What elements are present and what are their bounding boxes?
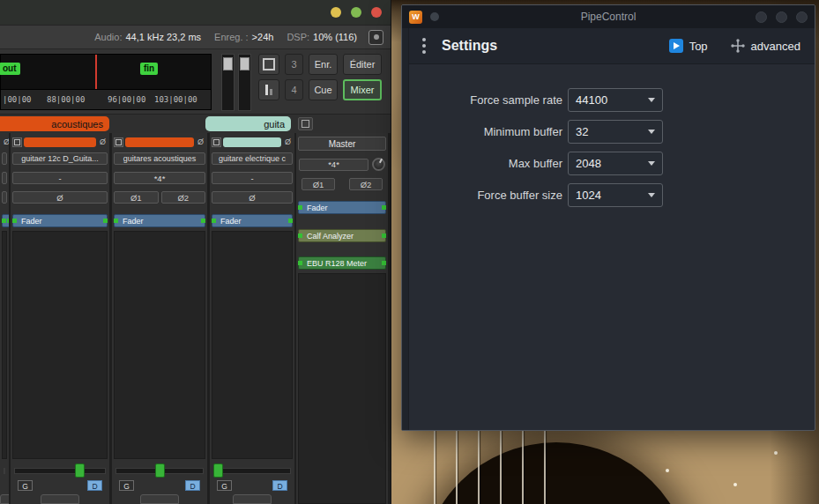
processor-box[interactable] [2, 231, 7, 459]
minimum-buffer-select[interactable]: 32 [568, 120, 663, 144]
ruler-tick: 88|00|00 [47, 95, 85, 104]
monitor-button[interactable] [258, 54, 279, 75]
strip-gain-button[interactable] [2, 172, 7, 184]
minimize-button[interactable] [756, 11, 767, 23]
wallpaper-speck [733, 483, 737, 486]
strip-gain-button[interactable]: - [12, 172, 108, 184]
maximize-button[interactable] [351, 7, 361, 18]
mini-timeline[interactable]: out fin |00|00 88|00|00 96|00|00 103|00|… [0, 54, 212, 110]
chevron-down-icon [648, 98, 655, 102]
maximize-button[interactable] [776, 11, 787, 23]
pan-handle[interactable] [75, 463, 85, 478]
phase-button[interactable] [2, 191, 7, 204]
phase-button[interactable]: Ø [212, 191, 293, 204]
location-marker-out[interactable]: out [0, 63, 20, 75]
pan-left-button[interactable]: G [18, 480, 33, 491]
output-button[interactable] [140, 494, 179, 504]
strip-name-button[interactable] [2, 152, 7, 165]
fader-processor[interactable]: Fader [114, 214, 205, 227]
phase-button-2[interactable]: Ø2 [349, 178, 383, 190]
pan-right-button[interactable]: D [185, 480, 200, 491]
pan-left-button[interactable]: G [217, 480, 232, 491]
cue-button[interactable]: Cue [309, 79, 338, 100]
record-safe-icon[interactable] [12, 137, 22, 147]
phase-button-2[interactable]: Ø2 [161, 191, 206, 204]
master-window-button[interactable] [298, 117, 313, 130]
top-button[interactable]: Top [669, 39, 708, 53]
scroll-rail[interactable] [402, 28, 409, 430]
layout-4-button[interactable]: 4 [285, 79, 303, 100]
pan-track[interactable] [4, 468, 5, 474]
pan-left-button[interactable]: G [119, 480, 134, 491]
calf-analyzer-processor[interactable]: Calf Analyzer [298, 229, 386, 242]
minimize-button[interactable] [331, 7, 341, 18]
ruler-tick: 103|00|00 [154, 95, 197, 104]
meter-slider[interactable] [238, 54, 251, 111]
close-button[interactable] [371, 7, 382, 18]
phase-button-1[interactable]: Ø1 [114, 191, 159, 204]
select-value: 1024 [576, 189, 601, 202]
record-safe-icon[interactable] [114, 137, 123, 147]
fader-processor[interactable]: Fader [12, 214, 108, 227]
mixer-button[interactable]: Mixer [343, 79, 382, 100]
strip-name-button[interactable]: guitares acoustiques [114, 152, 205, 165]
processor-box[interactable] [212, 231, 293, 459]
meter-slider[interactable] [221, 54, 235, 111]
max-buffer-select[interactable]: 2048 [568, 152, 663, 175]
record-button[interactable]: Enr. [309, 54, 338, 75]
processor-box[interactable] [298, 273, 386, 504]
fader-processor[interactable]: Fader [298, 201, 386, 214]
pan-track[interactable] [14, 468, 106, 474]
meterbridge-button[interactable] [258, 79, 279, 100]
phase-button-1[interactable]: Ø1 [302, 178, 335, 190]
output-button[interactable] [41, 494, 79, 504]
error-log-button[interactable] [369, 30, 383, 45]
pan-handle[interactable] [213, 463, 223, 478]
slider-handle[interactable] [223, 57, 233, 70]
force-sample-rate-select[interactable]: 44100 [568, 88, 663, 112]
strip-gain-button[interactable]: *4* [114, 172, 205, 184]
ebu-r128-meter-processor[interactable]: EBU R128 Meter [298, 256, 386, 270]
force-buffer-size-select[interactable]: 1024 [568, 183, 663, 207]
location-marker-fin[interactable]: fin [140, 63, 158, 75]
log-dot-icon [374, 34, 379, 40]
slider-handle[interactable] [240, 57, 249, 70]
phase-button[interactable]: Ø [12, 191, 108, 204]
strip-name-button[interactable]: guitare electrique c [212, 152, 293, 165]
output-button[interactable] [0, 494, 9, 504]
layout-3-button[interactable]: 3 [285, 54, 303, 75]
advanced-button[interactable]: advanced [731, 39, 800, 53]
ardour-titlebar[interactable] [0, 0, 391, 25]
window-icon [302, 120, 309, 128]
mixer-strip-guitaer-12c: Ø guitaer 12c D_Guita... - Ø Fader G D [11, 133, 109, 504]
ardour-mixer-window: Audio:44,1 kHz 23,2 ms Enreg. :>24h DSP:… [0, 0, 391, 504]
strip-gain-button[interactable]: - [212, 172, 293, 184]
record-safe-icon[interactable] [212, 137, 221, 147]
select-value: 32 [576, 125, 588, 138]
monitor-meters [221, 54, 251, 111]
menu-icon[interactable] [420, 38, 428, 54]
pan-control[interactable] [114, 461, 205, 478]
pan-right-button[interactable]: D [87, 480, 102, 491]
pan-right-button[interactable]: D [272, 480, 287, 491]
trim-knob[interactable] [372, 158, 385, 171]
strip-name-button[interactable]: guitaer 12c D_Guita... [12, 152, 108, 165]
group-tab-acoustiques[interactable]: acoustiques [0, 116, 109, 131]
pipecontrol-titlebar[interactable]: W PipeControl [402, 5, 815, 28]
window-title: PipeControl [402, 11, 815, 23]
master-name-button[interactable]: Master [298, 137, 386, 151]
editor-button[interactable]: Éditer [343, 54, 382, 75]
close-button[interactable] [796, 11, 808, 23]
pan-control[interactable] [12, 461, 108, 478]
fader-processor[interactable]: Fader [212, 214, 293, 227]
pan-handle[interactable] [155, 463, 165, 478]
group-tab-guitares[interactable]: guita [205, 116, 291, 131]
phase-icon: Ø [98, 137, 108, 147]
master-gain-button[interactable]: *4* [299, 159, 369, 171]
output-button[interactable] [233, 494, 272, 504]
fader-processor[interactable] [2, 214, 9, 227]
processor-box[interactable] [12, 231, 108, 459]
pan-control[interactable] [212, 461, 293, 478]
processor-box[interactable] [114, 231, 205, 459]
pan-track[interactable] [213, 468, 291, 474]
